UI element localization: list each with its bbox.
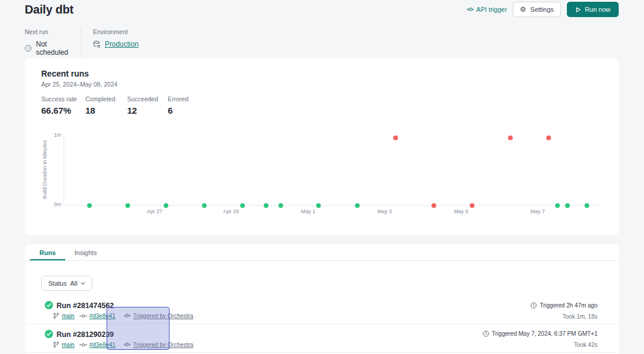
stat-succeeded: Succeeded 12 [127,95,168,115]
settings-label: Settings [530,6,554,13]
environment-link[interactable]: Production [105,40,138,48]
tab-insights[interactable]: Insights [65,244,107,260]
run-dot-success[interactable] [585,203,589,208]
status-filter-value: All [70,280,77,287]
x-axis-tick-label: May 1 [301,209,316,214]
run-dot-error[interactable] [470,203,474,208]
play-icon [575,6,581,13]
run-dot-error[interactable] [431,203,436,208]
api-trigger-label: API trigger [476,6,507,13]
status-filter-dropdown[interactable]: Status All [41,276,92,291]
page-header: Daily dbt </> API trigger ⚙ Settings Run… [25,0,619,19]
git-branch-icon [53,341,59,348]
run-dot-success[interactable] [264,203,268,208]
y-axis-tick-0m: 0m [45,201,61,207]
x-axis-tick-label: Apr 29 [223,209,239,214]
clock-icon [530,302,537,309]
status-filter-label: Status [48,280,67,287]
run-dot-error[interactable] [393,135,398,140]
environment-label: Environment [93,28,138,35]
x-axis-tick-label: May 3 [377,209,392,214]
x-axis-tick-label: May 7 [530,209,545,214]
y-axis-tick-1m: 1m [45,132,61,138]
stat-success-rate: Success rate 66.67% [41,95,85,115]
recent-runs-title: Recent runs [41,69,89,78]
x-axis-tick-label: Apr 27 [147,209,162,214]
clock-icon [483,330,489,337]
api-trigger-link[interactable]: </> API trigger [467,6,507,13]
run-dot-success[interactable] [565,203,570,208]
gear-icon: ⚙ [520,6,526,13]
run-dot-success[interactable] [355,203,360,208]
x-axis-tick-label: May 5 [454,209,469,214]
environment-block: Environment Production [93,28,138,57]
run-duration: Took 1m, 18s [563,313,597,320]
run-now-label: Run now [585,6,610,13]
run-dot-error[interactable] [546,135,551,140]
code-icon: </> [467,6,473,12]
branch-link[interactable]: main [62,313,75,319]
environment-icon [93,41,101,48]
run-title[interactable]: Run #281474562 [57,302,114,310]
run-triggered-at: Triggered 2h 47m ago [530,302,597,309]
header-actions: </> API trigger ⚙ Settings Run now [467,2,619,17]
success-check-icon [45,330,53,338]
run-dot-success[interactable] [240,203,245,208]
run-duration: Took 42s [574,342,597,348]
tab-bar: Runs Insights [25,244,619,261]
run-title[interactable]: Run #281290239 [57,330,114,339]
run-dot-success[interactable] [202,203,207,208]
commit-icon [79,342,87,348]
run-dot-success[interactable] [555,203,560,208]
run-dot-success[interactable] [278,203,283,208]
run-dot-error[interactable] [508,135,513,140]
run-triggered-at: Triggered May 7, 2024, 6:37 PM GMT+1 [483,330,597,337]
run-dot-success[interactable] [316,203,321,208]
svg-text:?: ? [27,46,29,51]
chevron-down-icon [81,282,85,285]
stats-row: Success rate 66.67% Completed 18 Succeed… [41,95,188,115]
success-check-icon [45,301,53,309]
run-dot-success[interactable] [87,203,92,208]
meta-divider [81,28,81,57]
recent-runs-card: Recent runs Apr 25, 2024–May 08, 2024 Su… [25,58,619,235]
page-title: Daily dbt [25,3,74,16]
tab-runs[interactable]: Runs [30,244,65,260]
branch-link[interactable]: main [62,342,75,348]
highlight-overlay-box [107,307,170,350]
run-dot-success[interactable] [164,203,168,208]
chart-y-axis-label: Build Duration in Minutes [42,134,48,205]
commit-icon [79,313,87,319]
job-page: { "page": { "title": "Daily dbt" }, "hea… [0,0,644,354]
run-dot-success[interactable] [125,203,130,208]
next-run-value: Not scheduled [36,40,81,57]
settings-button[interactable]: ⚙ Settings [513,2,561,17]
git-branch-icon [53,312,59,319]
run-now-button[interactable]: Run now [567,2,619,17]
stat-completed: Completed 18 [85,95,127,115]
next-run-block: Next run ? Not scheduled [25,28,81,57]
chart-plot [64,135,602,206]
recent-runs-date-range: Apr 25, 2024–May 08, 2024 [41,81,118,88]
question-circle-icon: ? [25,45,32,52]
job-meta: Next run ? Not scheduled Environment Pro… [25,28,138,57]
next-run-label: Next run [25,28,81,35]
stat-errored: Errored 6 [168,95,188,115]
